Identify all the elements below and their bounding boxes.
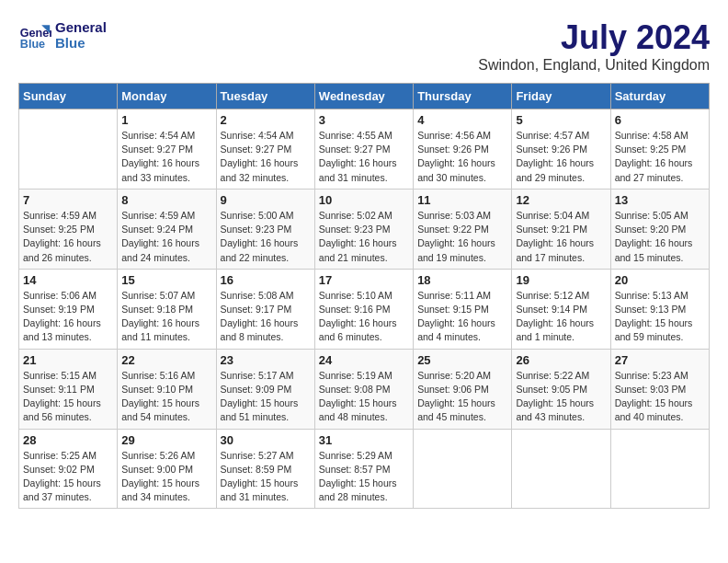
calendar-cell: [512, 429, 610, 509]
calendar-table: SundayMondayTuesdayWednesdayThursdayFrid…: [18, 83, 710, 509]
calendar-cell: 31Sunrise: 5:29 AM Sunset: 8:57 PM Dayli…: [314, 429, 413, 509]
day-header: Wednesday: [314, 84, 413, 109]
calendar-cell: 20Sunrise: 5:13 AM Sunset: 9:13 PM Dayli…: [610, 269, 709, 349]
day-info: Sunrise: 4:57 AM Sunset: 9:26 PM Dayligh…: [516, 129, 606, 185]
month-title: July 2024: [478, 18, 710, 57]
calendar-week-row: 28Sunrise: 5:25 AM Sunset: 9:02 PM Dayli…: [19, 429, 710, 509]
calendar-week-row: 21Sunrise: 5:15 AM Sunset: 9:11 PM Dayli…: [19, 349, 710, 429]
day-info: Sunrise: 5:06 AM Sunset: 9:19 PM Dayligh…: [23, 289, 113, 345]
calendar-cell: 29Sunrise: 5:26 AM Sunset: 9:00 PM Dayli…: [118, 429, 216, 509]
day-number: 29: [121, 433, 211, 447]
day-number: 2: [221, 113, 311, 127]
day-info: Sunrise: 5:19 AM Sunset: 9:08 PM Dayligh…: [319, 369, 409, 425]
calendar-cell: 28Sunrise: 5:25 AM Sunset: 9:02 PM Dayli…: [19, 429, 118, 509]
day-number: 19: [516, 273, 606, 287]
calendar-cell: 5Sunrise: 4:57 AM Sunset: 9:26 PM Daylig…: [512, 109, 610, 190]
day-number: 28: [23, 433, 113, 447]
calendar-cell: [610, 429, 709, 509]
day-info: Sunrise: 5:03 AM Sunset: 9:22 PM Dayligh…: [417, 209, 507, 265]
day-info: Sunrise: 5:02 AM Sunset: 9:23 PM Dayligh…: [319, 209, 409, 265]
calendar-cell: 23Sunrise: 5:17 AM Sunset: 9:09 PM Dayli…: [216, 349, 314, 429]
day-number: 3: [319, 113, 409, 127]
day-info: Sunrise: 5:10 AM Sunset: 9:16 PM Dayligh…: [319, 289, 409, 345]
calendar-cell: [414, 429, 512, 509]
day-header: Sunday: [19, 84, 118, 109]
header: General Blue General Blue July 2024 Swin…: [18, 18, 710, 74]
day-number: 26: [516, 353, 606, 367]
calendar-cell: [19, 109, 118, 190]
calendar-cell: 18Sunrise: 5:11 AM Sunset: 9:15 PM Dayli…: [414, 269, 512, 349]
day-number: 22: [121, 353, 211, 367]
day-info: Sunrise: 5:08 AM Sunset: 9:17 PM Dayligh…: [221, 289, 311, 345]
calendar-cell: 25Sunrise: 5:20 AM Sunset: 9:06 PM Dayli…: [414, 349, 512, 429]
day-info: Sunrise: 5:16 AM Sunset: 9:10 PM Dayligh…: [121, 369, 211, 425]
day-number: 12: [516, 193, 606, 207]
calendar-cell: 19Sunrise: 5:12 AM Sunset: 9:14 PM Dayli…: [512, 269, 610, 349]
calendar-cell: 11Sunrise: 5:03 AM Sunset: 9:22 PM Dayli…: [414, 189, 512, 269]
day-number: 9: [221, 193, 311, 207]
day-info: Sunrise: 5:04 AM Sunset: 9:21 PM Dayligh…: [516, 209, 606, 265]
day-info: Sunrise: 4:54 AM Sunset: 9:27 PM Dayligh…: [221, 129, 311, 185]
calendar-cell: 30Sunrise: 5:27 AM Sunset: 8:59 PM Dayli…: [216, 429, 314, 509]
calendar-cell: 16Sunrise: 5:08 AM Sunset: 9:17 PM Dayli…: [216, 269, 314, 349]
day-number: 4: [417, 113, 507, 127]
calendar-cell: 22Sunrise: 5:16 AM Sunset: 9:10 PM Dayli…: [118, 349, 216, 429]
day-number: 13: [615, 193, 705, 207]
logo: General Blue General Blue: [18, 18, 107, 52]
day-number: 11: [417, 193, 507, 207]
day-number: 31: [319, 433, 409, 447]
day-number: 5: [516, 113, 606, 127]
day-number: 20: [615, 273, 705, 287]
day-info: Sunrise: 5:00 AM Sunset: 9:23 PM Dayligh…: [221, 209, 311, 265]
calendar-cell: 8Sunrise: 4:59 AM Sunset: 9:24 PM Daylig…: [118, 189, 216, 269]
day-number: 21: [23, 353, 113, 367]
day-info: Sunrise: 5:15 AM Sunset: 9:11 PM Dayligh…: [23, 369, 113, 425]
calendar-cell: 6Sunrise: 4:58 AM Sunset: 9:25 PM Daylig…: [610, 109, 709, 190]
calendar-cell: 9Sunrise: 5:00 AM Sunset: 9:23 PM Daylig…: [216, 189, 314, 269]
calendar-cell: 12Sunrise: 5:04 AM Sunset: 9:21 PM Dayli…: [512, 189, 610, 269]
day-info: Sunrise: 4:59 AM Sunset: 9:25 PM Dayligh…: [23, 209, 113, 265]
logo-icon: General Blue: [18, 18, 51, 52]
day-number: 30: [221, 433, 311, 447]
day-info: Sunrise: 5:22 AM Sunset: 9:05 PM Dayligh…: [516, 369, 606, 425]
title-block: July 2024 Swindon, England, United Kingd…: [478, 18, 710, 74]
day-info: Sunrise: 5:05 AM Sunset: 9:20 PM Dayligh…: [615, 209, 705, 265]
calendar-cell: 1Sunrise: 4:54 AM Sunset: 9:27 PM Daylig…: [118, 109, 216, 190]
day-number: 14: [23, 273, 113, 287]
calendar-cell: 2Sunrise: 4:54 AM Sunset: 9:27 PM Daylig…: [216, 109, 314, 190]
day-number: 17: [319, 273, 409, 287]
day-header: Saturday: [610, 84, 709, 109]
day-number: 8: [121, 193, 211, 207]
day-header: Friday: [512, 84, 610, 109]
calendar-week-row: 14Sunrise: 5:06 AM Sunset: 9:19 PM Dayli…: [19, 269, 710, 349]
day-number: 16: [221, 273, 311, 287]
svg-text:Blue: Blue: [20, 38, 45, 51]
day-info: Sunrise: 4:54 AM Sunset: 9:27 PM Dayligh…: [121, 129, 211, 185]
day-info: Sunrise: 5:11 AM Sunset: 9:15 PM Dayligh…: [417, 289, 507, 345]
day-info: Sunrise: 4:59 AM Sunset: 9:24 PM Dayligh…: [121, 209, 211, 265]
calendar-cell: 26Sunrise: 5:22 AM Sunset: 9:05 PM Dayli…: [512, 349, 610, 429]
calendar-header-row: SundayMondayTuesdayWednesdayThursdayFrid…: [19, 84, 710, 109]
day-info: Sunrise: 5:29 AM Sunset: 8:57 PM Dayligh…: [319, 449, 409, 505]
calendar-body: 1Sunrise: 4:54 AM Sunset: 9:27 PM Daylig…: [19, 109, 710, 509]
day-number: 15: [121, 273, 211, 287]
day-info: Sunrise: 5:07 AM Sunset: 9:18 PM Dayligh…: [121, 289, 211, 345]
day-info: Sunrise: 4:56 AM Sunset: 9:26 PM Dayligh…: [417, 129, 507, 185]
day-info: Sunrise: 5:26 AM Sunset: 9:00 PM Dayligh…: [121, 449, 211, 505]
calendar-cell: 27Sunrise: 5:23 AM Sunset: 9:03 PM Dayli…: [610, 349, 709, 429]
calendar-week-row: 7Sunrise: 4:59 AM Sunset: 9:25 PM Daylig…: [19, 189, 710, 269]
day-info: Sunrise: 5:25 AM Sunset: 9:02 PM Dayligh…: [23, 449, 113, 505]
day-info: Sunrise: 4:58 AM Sunset: 9:25 PM Dayligh…: [615, 129, 705, 185]
day-number: 27: [615, 353, 705, 367]
calendar-cell: 14Sunrise: 5:06 AM Sunset: 9:19 PM Dayli…: [19, 269, 118, 349]
day-info: Sunrise: 4:55 AM Sunset: 9:27 PM Dayligh…: [319, 129, 409, 185]
calendar-cell: 4Sunrise: 4:56 AM Sunset: 9:26 PM Daylig…: [414, 109, 512, 190]
day-header: Thursday: [414, 84, 512, 109]
day-number: 1: [121, 113, 211, 127]
day-number: 18: [417, 273, 507, 287]
calendar-week-row: 1Sunrise: 4:54 AM Sunset: 9:27 PM Daylig…: [19, 109, 710, 190]
calendar-cell: 24Sunrise: 5:19 AM Sunset: 9:08 PM Dayli…: [314, 349, 413, 429]
day-number: 23: [221, 353, 311, 367]
day-number: 10: [319, 193, 409, 207]
day-info: Sunrise: 5:23 AM Sunset: 9:03 PM Dayligh…: [615, 369, 705, 425]
